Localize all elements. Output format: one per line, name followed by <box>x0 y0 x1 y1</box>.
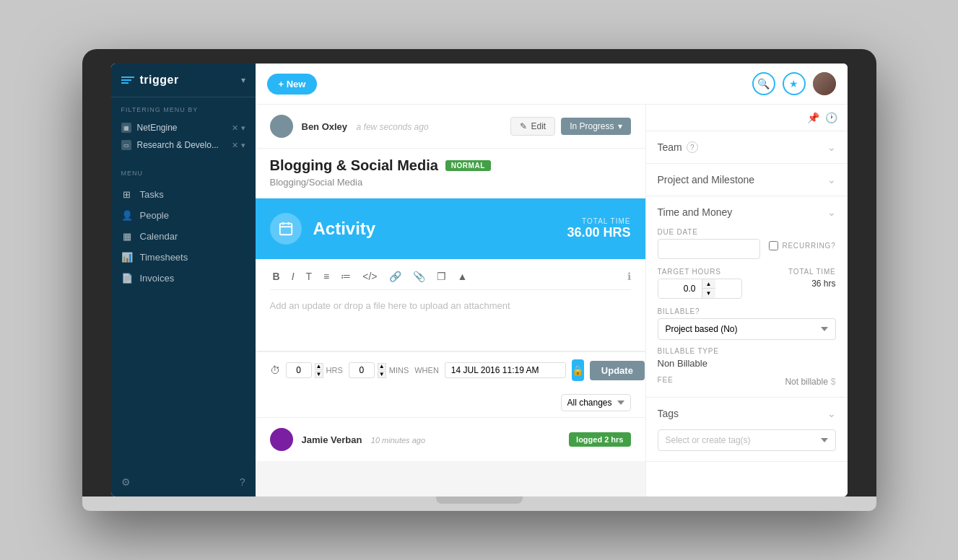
total-time-value: 36 hrs <box>751 279 836 289</box>
bold-button[interactable]: B <box>270 269 283 284</box>
folder-icon: ▭ <box>121 140 131 150</box>
total-time-value: 36.00 HRS <box>567 225 630 240</box>
help-icon[interactable]: ? <box>240 476 245 488</box>
sidebar-item-calendar[interactable]: ▦ Calendar <box>121 226 245 247</box>
recurring-label: RECURRING? <box>782 242 835 250</box>
when-label: WHEN <box>414 366 439 375</box>
filter-item-netengine[interactable]: ▦ NetEngine ✕ ▾ <box>121 119 245 136</box>
italic-button[interactable]: I <box>289 269 297 284</box>
sidebar-item-label: Calendar <box>140 231 178 242</box>
tags-content: Select or create tag(s) <box>646 429 848 461</box>
due-date-label: DUE DATE <box>658 228 761 236</box>
panel-section-team: Team ? ⌄ <box>646 131 848 164</box>
avatar[interactable] <box>813 72 836 95</box>
ordered-list-button[interactable]: ≡ <box>321 269 332 284</box>
close-icon: ✕ <box>232 141 238 150</box>
sidebar-item-tasks[interactable]: ⊞ Tasks <box>121 184 245 205</box>
time-money-section-header[interactable]: Time and Money ⌄ <box>646 196 848 228</box>
billable-label: BILLABLE? <box>658 307 836 315</box>
sidebar-item-timesheets[interactable]: 📊 Timesheets <box>121 247 245 268</box>
info-icon: ℹ <box>627 271 631 282</box>
settings-icon[interactable]: ⚙ <box>121 476 131 488</box>
gdrive-button[interactable]: ▲ <box>455 269 471 284</box>
date-input[interactable] <box>445 362 566 378</box>
tags-section-header[interactable]: Tags ⌄ <box>646 398 848 429</box>
tags-select[interactable]: Select or create tag(s) <box>658 429 836 451</box>
chevron-icon: ▾ <box>241 141 245 150</box>
sidebar-item-label: People <box>140 210 169 221</box>
content-split: Ben Oxley a few seconds ago ✎ Edit In Pr… <box>256 105 848 496</box>
star-button[interactable]: ★ <box>783 72 806 95</box>
billable-type-value: Non Billable <box>658 358 836 369</box>
pin-icon[interactable]: 📌 <box>807 112 819 123</box>
logged-badge: logged 2 hrs <box>569 432 630 447</box>
team-help-icon: ? <box>687 141 698 153</box>
hours-up[interactable]: ▲ <box>315 363 323 370</box>
target-hours-label: TARGET HOURS <box>658 268 743 276</box>
task-area: Ben Oxley a few seconds ago ✎ Edit In Pr… <box>256 105 645 496</box>
sidebar-item-label: Tasks <box>140 189 164 200</box>
target-hours-input[interactable] <box>658 279 702 298</box>
task-time-ago: a few seconds ago <box>357 122 429 132</box>
sidebar: trigger ▾ FILTERING MENU BY ▦ NetEngine … <box>111 64 256 496</box>
mins-input[interactable] <box>349 362 375 378</box>
panel-section-tags: Tags ⌄ Select or create tag(s) <box>646 398 848 462</box>
briefcase-icon: ▦ <box>121 123 131 133</box>
task-subtitle: Blogging/Social Media <box>270 177 631 188</box>
lock-icon: 🔒 <box>572 365 584 376</box>
panel-section-project: Project and Milestone ⌄ <box>646 164 848 196</box>
type-button[interactable]: T <box>303 269 315 284</box>
editor-placeholder[interactable]: Add an update or drop a file here to upl… <box>270 297 631 341</box>
billable-type-label: BILLABLE TYPE <box>658 347 836 355</box>
hours-up[interactable]: ▲ <box>702 279 715 289</box>
status-button[interactable]: In Progress ▾ <box>561 118 630 135</box>
filter-item-research[interactable]: ▭ Research & Develo... ✕ ▾ <box>121 136 245 154</box>
search-button[interactable]: 🔍 <box>752 72 775 95</box>
total-time-label: TOTAL TIME <box>567 217 630 225</box>
update-button[interactable]: Update <box>590 361 645 380</box>
dropbox-button[interactable]: ❐ <box>434 269 449 284</box>
log-user-name: Jamie Verban <box>302 434 362 445</box>
due-date-input[interactable] <box>658 239 761 259</box>
lock-button[interactable]: 🔒 <box>572 359 584 381</box>
chevron-down-icon[interactable]: ▾ <box>241 75 245 85</box>
recurring-checkbox[interactable] <box>769 241 778 250</box>
activity-icon <box>270 213 302 245</box>
hours-input[interactable] <box>286 362 312 378</box>
sidebar-item-people[interactable]: 👤 People <box>121 205 245 226</box>
link-button[interactable]: 🔗 <box>386 269 404 284</box>
unordered-list-button[interactable]: ≔ <box>338 269 354 284</box>
edit-icon: ✎ <box>520 121 527 131</box>
attach-button[interactable]: 📎 <box>410 269 428 284</box>
task-user-name: Ben Oxley <box>302 121 348 132</box>
mins-up[interactable]: ▲ <box>378 363 386 370</box>
panel-section-time-money: Time and Money ⌄ DUE DATE <box>646 196 848 398</box>
chevron-down-icon: ▾ <box>618 121 622 131</box>
tags-label: Tags <box>658 408 679 419</box>
sidebar-item-invoices[interactable]: 📄 Invoices <box>121 268 245 289</box>
star-icon: ★ <box>789 78 798 89</box>
code-button[interactable]: </> <box>360 269 380 284</box>
team-section-header[interactable]: Team ? ⌄ <box>646 131 848 163</box>
mins-down[interactable]: ▼ <box>378 371 386 378</box>
menu-label: MENU <box>121 170 245 177</box>
clock-icon[interactable]: 🕐 <box>825 112 837 123</box>
top-bar: + New 🔍 ★ <box>256 64 848 105</box>
edit-button[interactable]: ✎ Edit <box>510 117 555 136</box>
activity-title: Activity <box>313 219 376 239</box>
hours-down[interactable]: ▼ <box>315 371 323 378</box>
new-button[interactable]: + New <box>267 74 318 95</box>
time-money-label: Time and Money <box>658 206 733 218</box>
team-label: Team <box>658 141 682 153</box>
task-user-avatar <box>270 115 293 138</box>
task-header: Ben Oxley a few seconds ago ✎ Edit In Pr… <box>256 105 645 149</box>
task-title-area: Blogging & Social Media NORMAL Blogging/… <box>256 149 645 198</box>
hours-down[interactable]: ▼ <box>702 289 715 298</box>
people-icon: 👤 <box>121 210 133 221</box>
update-row: ⏱ ▲ ▼ HRS ▲ <box>256 351 645 388</box>
project-section-header[interactable]: Project and Milestone ⌄ <box>646 164 848 196</box>
activity-filter-select[interactable]: All changes <box>561 394 631 411</box>
billable-select[interactable]: Project based (No) <box>658 318 836 340</box>
chevron-down-icon: ⌄ <box>827 408 836 419</box>
calendar-icon: ▦ <box>121 231 133 242</box>
